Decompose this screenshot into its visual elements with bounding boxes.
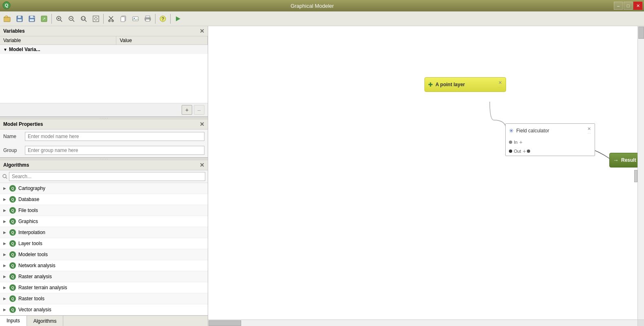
open-folder-btn[interactable]: [2, 13, 13, 25]
svg-rect-5: [18, 19, 22, 21]
run-btn[interactable]: [172, 13, 184, 25]
algorithm-item[interactable]: ▶ Q Interpolation: [0, 227, 208, 238]
port-dot-in: [509, 141, 512, 144]
connections-svg: [208, 26, 644, 326]
port-plus-in: +: [519, 139, 522, 145]
export-img-btn[interactable]: [130, 13, 141, 25]
algo-arrow: ▶: [3, 241, 6, 246]
svg-line-39: [6, 177, 7, 179]
algorithm-item[interactable]: ▶ Q File tools: [0, 205, 208, 216]
svg-line-20: [85, 20, 87, 22]
algorithm-item[interactable]: ▶ Q Cartography: [0, 183, 208, 194]
svg-rect-8: [30, 19, 34, 21]
algorithm-search-input[interactable]: [9, 172, 205, 181]
algorithm-item[interactable]: ▶ Q Network analysis: [0, 260, 208, 271]
cut-btn[interactable]: [105, 13, 117, 25]
algorithm-item[interactable]: ▶ Q Raster analysis: [0, 271, 208, 282]
algorithm-item[interactable]: ▶ Q Graphics: [0, 216, 208, 227]
save-btn[interactable]: [14, 13, 25, 25]
close-btn[interactable]: ✕: [633, 2, 642, 10]
zoom-out-btn[interactable]: [66, 13, 77, 25]
algorithms-close-btn[interactable]: ✕: [200, 162, 204, 168]
save-as-btn[interactable]: +: [26, 13, 38, 25]
algo-label: Interpolation: [18, 230, 45, 235]
svg-rect-29: [133, 17, 138, 21]
algo-icon: Q: [9, 306, 16, 313]
export-btn[interactable]: ↗: [38, 13, 50, 25]
zoom-in-btn[interactable]: [53, 13, 65, 25]
algo-icon: Q: [9, 273, 16, 280]
zoom-actual-btn[interactable]: 1:1: [78, 13, 89, 25]
app-logo: Q: [0, 1, 11, 11]
print-btn[interactable]: [142, 13, 153, 25]
algorithm-item[interactable]: ▶ Q Vector analysis: [0, 304, 208, 315]
input-node-icon: ✚: [428, 81, 433, 88]
add-variable-btn[interactable]: +: [182, 105, 192, 115]
process-in-label: In: [514, 140, 517, 145]
sep3: [155, 14, 155, 24]
copy-btn[interactable]: [118, 13, 129, 25]
group-label: Group: [3, 147, 22, 153]
algorithm-item[interactable]: ▶ Q Modeler tools: [0, 249, 208, 260]
maximize-btn[interactable]: □: [624, 2, 633, 10]
process-node: ✳ Field calculator ✕ ··· In + Out +: [505, 123, 595, 156]
horizontal-scrollbar[interactable]: [208, 319, 637, 326]
remove-variable-btn[interactable]: –: [194, 105, 204, 115]
output-node-icon: →: [613, 157, 619, 163]
algorithm-item[interactable]: ▶ Q Layer tools: [0, 238, 208, 249]
tab-algorithms[interactable]: Algorithms: [27, 316, 64, 326]
svg-line-17: [73, 20, 74, 22]
process-node-box[interactable]: ✳ Field calculator ✕ ··· In + Out +: [505, 123, 595, 156]
model-variables-row[interactable]: ▼ Model Varia...: [0, 45, 208, 54]
algo-icon: Q: [9, 207, 16, 214]
variables-actions: + –: [0, 103, 208, 116]
vertical-scrollbar[interactable]: [637, 26, 644, 319]
input-node-header: ✚ A point layer ✕ ···: [425, 78, 506, 92]
algo-icon: Q: [9, 262, 16, 269]
model-name-input[interactable]: [25, 132, 204, 141]
model-properties-title: Model Properties: [3, 121, 43, 127]
process-close-btn[interactable]: ✕: [587, 126, 591, 132]
algorithms-section: Algorithms ✕ ▶ Q Cartography ▶ Q Databas…: [0, 160, 208, 315]
svg-point-34: [149, 18, 150, 19]
input-node-title: A point layer: [435, 82, 496, 87]
input-node-dots: ···: [498, 85, 502, 89]
algorithm-item[interactable]: ▶ Q Raster tools: [0, 293, 208, 304]
help-btn[interactable]: ?: [157, 13, 169, 25]
algo-label: Layer tools: [18, 241, 42, 246]
algorithm-item[interactable]: ▶ Q Raster terrain analysis: [0, 282, 208, 293]
minimize-btn[interactable]: –: [614, 2, 623, 10]
algo-label: Database: [18, 196, 39, 202]
process-out-label: Out: [514, 149, 521, 154]
input-close-btn[interactable]: ✕: [498, 80, 502, 85]
vertical-scrollbar-thumb[interactable]: [638, 27, 644, 39]
right-edge-handle[interactable]: [634, 170, 637, 182]
titlebar: Q Graphical Modeler – □ ✕: [0, 0, 644, 11]
algo-label: File tools: [18, 208, 38, 213]
value-col-header: Value: [116, 36, 208, 45]
algo-icon: Q: [9, 240, 16, 247]
sep1: [51, 14, 52, 24]
port-out-dot: [527, 150, 530, 153]
horizontal-scrollbar-thumb[interactable]: [209, 320, 241, 326]
process-node-dots: ···: [587, 132, 591, 135]
algo-icon: Q: [9, 218, 16, 225]
algorithm-item[interactable]: ▶ Q Database: [0, 194, 208, 205]
variables-empty-area: [0, 54, 208, 103]
algo-arrow: ▶: [3, 230, 6, 234]
tab-inputs[interactable]: Inputs: [0, 316, 27, 326]
input-node-box[interactable]: ✚ A point layer ✕ ···: [424, 77, 506, 92]
window-controls: – □ ✕: [614, 2, 644, 10]
variables-close-btn[interactable]: ✕: [200, 28, 204, 34]
zoom-fit-btn[interactable]: [90, 13, 102, 25]
model-properties-close-btn[interactable]: ✕: [200, 121, 204, 127]
window-title: Graphical Modeler: [11, 3, 614, 9]
svg-point-26: [112, 20, 113, 22]
algo-label: Vector analysis: [18, 307, 51, 313]
svg-rect-22: [93, 16, 99, 22]
algo-label: Modeler tools: [18, 252, 48, 257]
algo-icon: Q: [9, 229, 16, 236]
algo-arrow: ▶: [3, 208, 6, 212]
model-group-input[interactable]: [25, 146, 204, 155]
algo-arrow: ▶: [3, 308, 6, 312]
